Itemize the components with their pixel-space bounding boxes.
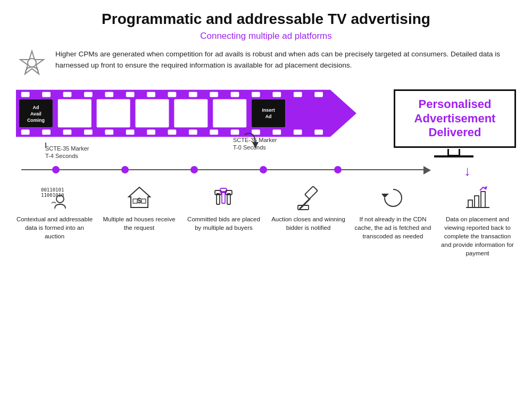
svg-rect-11 [189, 92, 197, 97]
svg-rect-54 [217, 194, 220, 204]
svg-text:00110101: 00110101 [41, 187, 64, 193]
svg-rect-64 [468, 200, 472, 207]
svg-rect-60 [304, 186, 317, 199]
step-1: 00110101 11001010 Contextual and address… [16, 184, 93, 240]
svg-rect-53 [133, 199, 137, 203]
svg-rect-38 [213, 99, 246, 127]
data-binary-person-icon: 00110101 11001010 [41, 184, 69, 212]
svg-rect-4 [42, 92, 51, 97]
gavel-icon [295, 184, 322, 212]
svg-rect-36 [135, 99, 169, 127]
svg-rect-9 [147, 92, 155, 97]
svg-rect-65 [475, 196, 479, 207]
svg-rect-14 [252, 92, 260, 97]
svg-text:Insert: Insert [262, 107, 275, 113]
svg-rect-66 [481, 192, 485, 207]
intro-text: Higher CPMs are generated when competiti… [55, 49, 516, 71]
svg-text:Avail: Avail [30, 111, 41, 117]
svg-rect-5 [63, 92, 72, 97]
timeline-dot-1 [52, 166, 60, 173]
svg-point-1 [28, 59, 36, 67]
timeline-dot-5 [334, 166, 342, 173]
refresh-circle-icon [379, 184, 407, 212]
svg-rect-7 [105, 92, 113, 97]
house-dollar-icon: $ [126, 184, 153, 212]
svg-rect-56 [222, 192, 225, 203]
svg-text:$: $ [137, 196, 142, 205]
svg-rect-10 [168, 92, 177, 97]
svg-text:Ad: Ad [33, 105, 39, 110]
svg-text:Coming: Coming [27, 118, 45, 123]
marker-right-label: SCTE-35 MarkerT-0 Seconds [233, 136, 277, 152]
svg-rect-35 [97, 99, 130, 127]
ad-delivered-text: PersonalisedAdvertisementDelivered [414, 97, 496, 139]
svg-rect-30 [272, 130, 281, 135]
svg-rect-32 [314, 130, 323, 135]
svg-rect-19 [42, 130, 51, 135]
step-3-text: Committed bids are placed by multiple ad… [185, 215, 262, 232]
svg-rect-52 [142, 199, 146, 203]
svg-rect-27 [210, 130, 218, 135]
step-2: $ Multiple ad houses receive the request [101, 184, 178, 232]
svg-rect-23 [126, 130, 135, 135]
bidding-hands-icon [210, 184, 238, 212]
svg-rect-8 [126, 92, 135, 97]
bar-chart-icon [464, 184, 492, 212]
step-4-text: Auction closes and winning bidder is not… [270, 215, 347, 232]
step-3: Committed bids are placed by multiple ad… [185, 184, 262, 232]
svg-rect-12 [210, 92, 218, 97]
step-1-text: Contextual and addressable data is forme… [16, 215, 93, 240]
page-title: Programmatic and addressable TV advertis… [16, 11, 516, 28]
svg-rect-18 [21, 130, 30, 135]
purple-down-arrow: ↓ [464, 163, 471, 179]
step-4: Auction closes and winning bidder is not… [270, 184, 347, 232]
step-2-text: Multiple ad houses receive the request [101, 215, 178, 232]
svg-rect-13 [231, 92, 239, 97]
svg-text:Ad: Ad [265, 114, 272, 119]
timeline-dot-3 [190, 166, 198, 173]
ad-delivered-box: PersonalisedAdvertisementDelivered [394, 89, 516, 148]
svg-rect-17 [314, 92, 323, 97]
svg-rect-58 [227, 194, 230, 204]
svg-rect-16 [294, 92, 302, 97]
timeline-dot-2 [121, 166, 129, 173]
svg-marker-63 [381, 194, 389, 198]
svg-rect-3 [21, 92, 30, 97]
svg-rect-20 [63, 130, 72, 135]
svg-rect-22 [105, 130, 113, 135]
svg-rect-24 [147, 130, 155, 135]
svg-rect-25 [168, 130, 177, 135]
step-6: Data on placement and viewing reported b… [439, 184, 516, 257]
monitor-base [434, 155, 473, 157]
timeline-arrow [423, 166, 431, 174]
svg-rect-37 [174, 99, 207, 127]
step-5-text: If not already in the CDN cache, the ad … [354, 215, 431, 240]
marker-left-label: SCTE-35 MarkerT-4 Seconds [45, 145, 89, 160]
svg-rect-31 [294, 130, 302, 135]
svg-rect-34 [58, 99, 92, 127]
timeline-line [21, 169, 426, 170]
star-person-icon [16, 49, 48, 81]
svg-rect-6 [84, 92, 93, 97]
subtitle: Connecting multiple ad platforms [16, 31, 516, 41]
svg-rect-21 [84, 130, 93, 135]
svg-rect-15 [272, 92, 281, 97]
svg-marker-0 [20, 51, 44, 74]
svg-rect-26 [189, 130, 197, 135]
timeline-dot-4 [260, 166, 267, 173]
step-5: If not already in the CDN cache, the ad … [354, 184, 431, 240]
step-6-text: Data on placement and viewing reported b… [439, 215, 516, 257]
